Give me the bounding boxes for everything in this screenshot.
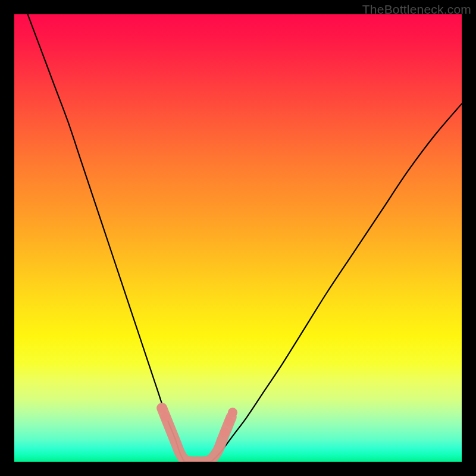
marker-dot <box>228 408 237 417</box>
curve-layer <box>14 14 462 462</box>
marker-dot <box>157 403 167 413</box>
marker-dot <box>161 412 170 422</box>
plot-area <box>14 14 462 462</box>
watermark-text: TheBottleneck.com <box>362 2 471 17</box>
marker-dot <box>220 428 229 437</box>
marker-dot <box>224 416 234 426</box>
bottleneck-curve <box>28 14 462 462</box>
chart-frame: TheBottleneck.com <box>0 0 476 476</box>
